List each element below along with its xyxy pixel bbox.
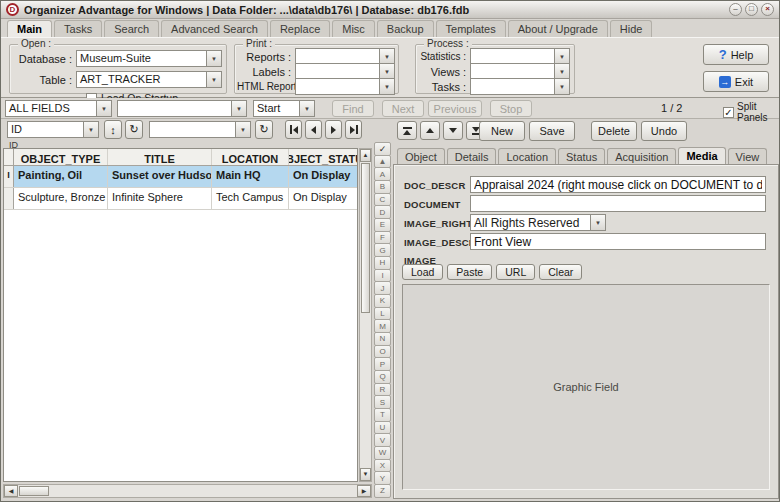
alphabet-letter-button[interactable]: B <box>374 180 391 194</box>
vertical-scroll-thumb[interactable] <box>361 163 370 313</box>
next-record-button[interactable] <box>443 121 463 140</box>
alphabet-letter-button[interactable]: T <box>374 408 391 422</box>
detail-tab[interactable]: Media <box>678 147 725 165</box>
detail-tab[interactable]: Object <box>397 148 445 165</box>
menu-tab[interactable]: Tasks <box>54 20 102 37</box>
detail-tab[interactable]: Acquisition <box>607 148 676 165</box>
menu-tab[interactable]: Advanced Search <box>161 20 268 37</box>
vertical-scrollbar[interactable]: ▲ ▼ <box>359 148 372 482</box>
alphabet-letter-button[interactable]: Q <box>374 370 391 384</box>
alphabet-letter-button[interactable]: N <box>374 332 391 346</box>
save-button[interactable]: Save <box>529 121 575 141</box>
chevron-down-icon[interactable]: ▼ <box>379 49 394 64</box>
chevron-down-icon[interactable]: ▼ <box>554 49 569 64</box>
scroll-down-icon[interactable]: ▼ <box>360 468 371 481</box>
menu-tab[interactable]: Replace <box>270 20 330 37</box>
stop-button[interactable]: Stop <box>490 100 532 117</box>
clear-button[interactable]: Clear <box>539 264 582 280</box>
alphabet-letter-button[interactable]: W <box>374 446 391 460</box>
database-combo[interactable]: Museum-Suite ▼ <box>76 50 222 67</box>
scroll-up-icon[interactable]: ▲ <box>360 149 371 162</box>
chevron-down-icon[interactable]: ▼ <box>379 64 394 79</box>
exit-button[interactable]: → Exit <box>703 71 769 92</box>
maximize-button[interactable]: □ <box>745 3 758 16</box>
alphabet-letter-button[interactable]: J <box>374 281 391 295</box>
alphabet-letter-button[interactable]: E <box>374 218 391 232</box>
find-button[interactable]: Find <box>332 100 374 117</box>
alphabet-all-button[interactable]: ✓ <box>374 142 391 156</box>
image-rights-combo[interactable]: All Rights Reserved ▼ <box>470 214 606 231</box>
chevron-down-icon[interactable]: ▼ <box>231 101 246 116</box>
column-object-status[interactable]: OBJECT_STATUS <box>289 149 358 165</box>
undo-button[interactable]: Undo <box>641 121 687 141</box>
sort-field-combo[interactable]: ID ▼ <box>7 121 99 138</box>
menu-tab[interactable]: Misc <box>332 20 375 37</box>
detail-tab[interactable]: Location <box>498 148 556 165</box>
close-button[interactable]: × <box>761 3 774 16</box>
alphabet-letter-button[interactable]: K <box>374 294 391 308</box>
chevron-down-icon[interactable]: ▼ <box>206 51 221 66</box>
alphabet-letter-button[interactable]: Z <box>374 484 391 498</box>
new-button[interactable]: New <box>479 121 525 141</box>
menu-tab[interactable]: Main <box>7 20 52 37</box>
delete-button[interactable]: Delete <box>591 121 637 141</box>
horizontal-scroll-thumb[interactable] <box>19 486 49 496</box>
detail-tab[interactable]: View <box>728 148 768 165</box>
sort-direction-button[interactable]: ↕ <box>104 120 122 139</box>
table-row[interactable]: I Painting, Oil Sunset over Hudso Main H… <box>4 166 357 188</box>
chevron-down-icon[interactable]: ▼ <box>379 79 394 94</box>
alphabet-letter-button[interactable]: H <box>374 256 391 270</box>
alphabet-letter-button[interactable]: C <box>374 193 391 207</box>
document-input[interactable] <box>470 195 766 212</box>
next-button[interactable]: Next <box>382 100 424 117</box>
doc-descr-input[interactable] <box>470 176 766 193</box>
alphabet-letter-button[interactable]: O <box>374 345 391 359</box>
chevron-down-icon[interactable]: ▼ <box>83 122 98 137</box>
next-record-button[interactable] <box>325 120 342 139</box>
column-title[interactable]: TITLE <box>108 149 212 165</box>
menu-tab[interactable]: About / Upgrade <box>508 20 608 37</box>
alphabet-letter-button[interactable]: D <box>374 205 391 219</box>
alphabet-letter-button[interactable]: Y <box>374 471 391 485</box>
chevron-down-icon[interactable]: ▼ <box>206 72 221 87</box>
chevron-down-icon[interactable]: ▼ <box>590 215 605 230</box>
previous-button[interactable]: Previous <box>428 100 482 117</box>
table-row[interactable]: Sculpture, Bronze Infinite Sphere Tech C… <box>4 188 357 210</box>
first-record-button[interactable] <box>285 120 302 139</box>
alphabet-letter-button[interactable]: V <box>374 433 391 447</box>
scroll-left-icon[interactable]: ◀ <box>4 485 18 497</box>
split-panels-checkbox[interactable]: ✓ <box>723 107 734 118</box>
detail-tab[interactable]: Status <box>558 148 605 165</box>
load-button[interactable]: Load <box>402 264 443 280</box>
chevron-down-icon[interactable]: ▼ <box>96 101 111 116</box>
menu-tab[interactable]: Hide <box>610 20 653 37</box>
chevron-down-icon[interactable]: ▼ <box>554 64 569 79</box>
chevron-down-icon[interactable]: ▼ <box>554 79 569 94</box>
menu-tab[interactable]: Templates <box>436 20 506 37</box>
menu-tab[interactable]: Backup <box>377 20 434 37</box>
alphabet-letter-button[interactable]: U <box>374 421 391 435</box>
horizontal-scrollbar[interactable]: ◀ ▶ <box>3 484 372 498</box>
last-record-button[interactable] <box>345 120 362 139</box>
chevron-down-icon[interactable]: ▼ <box>299 101 314 116</box>
previous-record-button[interactable] <box>305 120 322 139</box>
refresh-button[interactable]: ↻ <box>125 120 143 139</box>
help-button[interactable]: ? Help <box>703 44 769 65</box>
search-scope-combo[interactable]: ALL FIELDS ▼ <box>5 100 112 117</box>
image-field[interactable]: Graphic Field <box>402 284 770 490</box>
search-query-combo[interactable]: ▼ <box>117 100 247 117</box>
alphabet-letter-button[interactable]: I <box>374 269 391 283</box>
url-button[interactable]: URL <box>496 264 535 280</box>
minimize-button[interactable]: – <box>729 3 742 16</box>
alphabet-letter-button[interactable]: L <box>374 307 391 321</box>
table-combo[interactable]: ART_TRACKER ▼ <box>76 71 222 88</box>
alphabet-letter-button[interactable]: A <box>374 167 391 181</box>
image-descr-input[interactable] <box>470 233 766 250</box>
column-location[interactable]: LOCATION <box>212 149 289 165</box>
alphabet-letter-button[interactable]: P <box>374 357 391 371</box>
match-mode-combo[interactable]: Start ▼ <box>253 100 315 117</box>
alphabet-letter-button[interactable]: S <box>374 395 391 409</box>
column-object-type[interactable]: OBJECT_TYPE <box>14 149 108 165</box>
previous-record-button[interactable] <box>420 121 440 140</box>
chevron-down-icon[interactable]: ▼ <box>235 122 250 137</box>
